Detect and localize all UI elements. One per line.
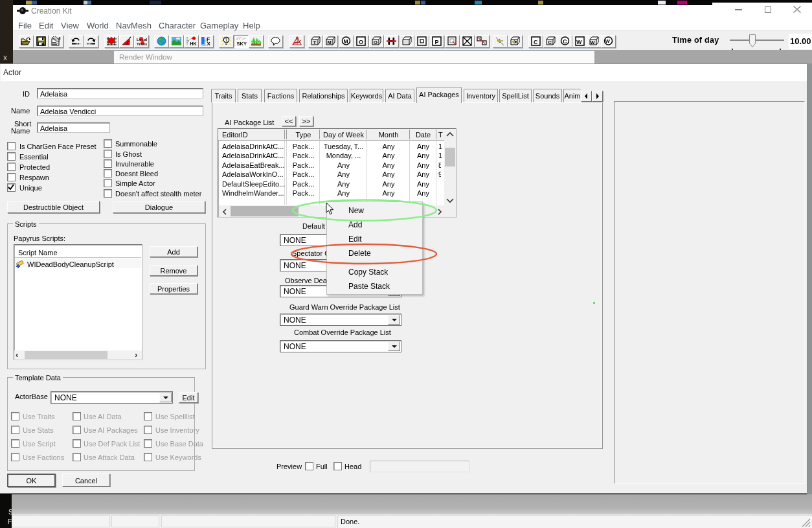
svg-text:Local: Local [137, 37, 147, 41]
svg-text:HK: HK [190, 41, 197, 46]
svg-text:C: C [563, 38, 567, 45]
svg-text:O: O [359, 39, 363, 45]
svg-text:W: W [605, 38, 611, 44]
svg-text:C: C [534, 39, 538, 45]
svg-text:SKY: SKY [237, 41, 247, 46]
svg-text:X: X [207, 41, 211, 46]
svg-text:W: W [591, 40, 595, 45]
svg-text:W: W [576, 39, 582, 45]
svg-text:M: M [328, 40, 332, 45]
svg-text:O: O [374, 40, 378, 45]
svg-text:P: P [435, 39, 439, 45]
svg-text:M: M [344, 38, 348, 45]
svg-text:T: T [313, 40, 317, 45]
svg-text:C: C [548, 40, 552, 45]
svg-text:Trans: Trans [137, 41, 147, 46]
